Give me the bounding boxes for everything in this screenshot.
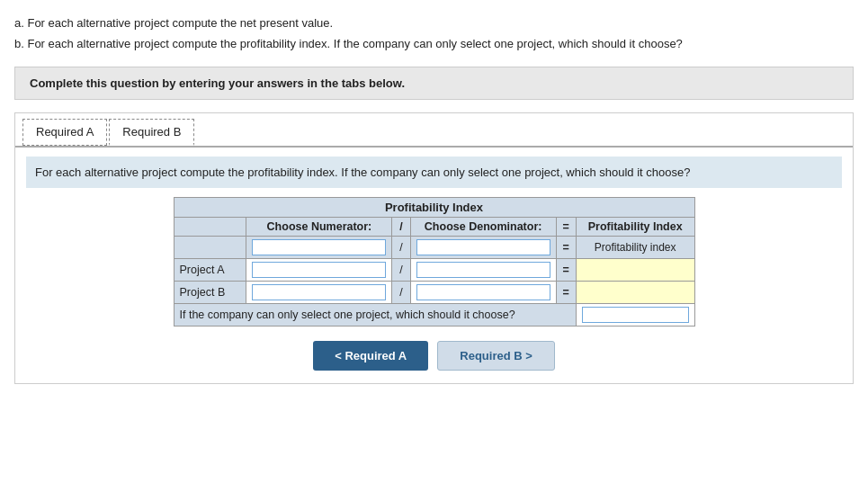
back-button[interactable]: < Required A [313, 341, 428, 371]
project-b-label: Project B [174, 282, 246, 304]
table-denominator-header: Choose Denominator: [410, 218, 556, 237]
tab-required-a-label: Required A [36, 125, 94, 139]
project-b-denominator-cell[interactable] [410, 282, 556, 304]
numerator-dropdown[interactable] [252, 239, 386, 255]
table-row-project-a: Project A / = [174, 259, 694, 282]
tab-required-a[interactable]: Required A [22, 119, 107, 146]
project-b-slash: / [392, 282, 410, 304]
tabs-container: Required A Required B For each alternati… [14, 112, 854, 385]
pi-table: Profitability Index Choose Numerator: / … [174, 197, 695, 327]
nav-buttons: < Required A Required B > [26, 341, 842, 371]
project-a-denominator-cell[interactable] [410, 259, 556, 282]
table-sub-equals: = [556, 237, 576, 259]
table-pi-header: Profitability Index [576, 218, 694, 237]
table-title: Profitability Index [174, 198, 694, 218]
complete-box-text: Complete this question by entering your … [30, 76, 405, 90]
table-equals-header: = [556, 218, 576, 237]
table-sub-denominator-input[interactable] [410, 237, 556, 259]
table-numerator-header: Choose Numerator: [246, 218, 392, 237]
tab-required-b[interactable]: Required B [109, 119, 194, 146]
project-b-denominator-input[interactable] [416, 284, 550, 300]
table-sub-numerator-input[interactable] [246, 237, 392, 259]
table-sub-pi-label: Profitability index [576, 237, 694, 259]
table-empty-header [174, 218, 246, 237]
project-b-equals: = [556, 282, 576, 304]
tab-description-text: For each alternative project compute the… [35, 166, 690, 179]
table-row-choose: If the company can only select one proje… [174, 304, 694, 327]
forward-button[interactable]: Required B > [437, 341, 555, 371]
instruction-line-a: a. For each alternative project compute … [14, 14, 854, 33]
complete-box: Complete this question by entering your … [14, 67, 854, 100]
tabs-row: Required A Required B [15, 113, 853, 148]
project-b-result [576, 282, 694, 304]
tab-description: For each alternative project compute the… [26, 157, 842, 189]
project-a-numerator-input[interactable] [252, 262, 386, 278]
project-a-equals: = [556, 259, 576, 282]
pi-table-wrapper: Profitability Index Choose Numerator: / … [26, 197, 842, 327]
project-a-result [576, 259, 694, 282]
tab-content: For each alternative project compute the… [15, 148, 853, 384]
table-sub-empty [174, 237, 246, 259]
project-a-slash: / [392, 259, 410, 282]
instruction-line-b: b. For each alternative project compute … [14, 35, 854, 54]
project-b-numerator-cell[interactable] [246, 282, 392, 304]
project-a-denominator-input[interactable] [416, 262, 550, 278]
choose-answer-input[interactable] [582, 307, 689, 323]
table-row-project-b: Project B / = [174, 282, 694, 304]
denominator-dropdown[interactable] [416, 239, 550, 255]
choose-answer-cell[interactable] [576, 304, 694, 327]
project-a-label: Project A [174, 259, 246, 282]
project-b-numerator-input[interactable] [252, 284, 386, 300]
table-slash-header: / [392, 218, 410, 237]
table-sub-slash: / [392, 237, 410, 259]
instructions: a. For each alternative project compute … [14, 14, 854, 54]
project-a-numerator-cell[interactable] [246, 259, 392, 282]
tab-required-b-label: Required B [122, 125, 181, 139]
choose-question: If the company can only select one proje… [174, 304, 576, 327]
